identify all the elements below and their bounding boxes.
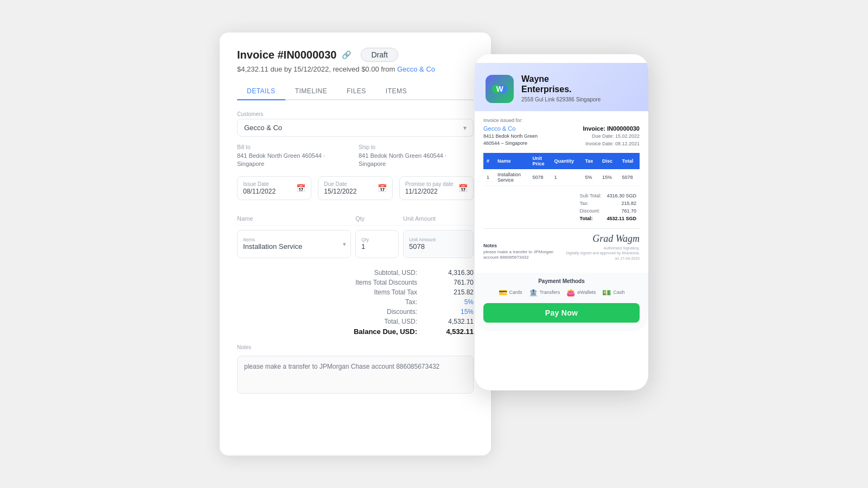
company-logo: W — [486, 75, 514, 103]
transfers-icon: 🏦 — [529, 288, 538, 297]
total-row: Total, USD: 4,532.11 — [237, 318, 474, 325]
client-info: Gecco & Co 8411 Bedok North Green460544 … — [483, 125, 538, 146]
tab-timeline[interactable]: TIMELINE — [285, 83, 337, 100]
mobile-preview-panel: W WayneEnterprises. 2558 Gul Link 629386… — [475, 54, 648, 390]
subtotal-row: Subtotal, USD: 4,316.30 — [237, 269, 474, 277]
issue-date-group: Issue Date 08/11/2022 📅 — [237, 176, 311, 200]
customer-field-group: Customers Gecco & Co ▾ — [237, 111, 474, 137]
customer-label: Customers — [237, 111, 474, 117]
preview-totals: Sub Total: 4316.30 SGD Tax: 215.82 Disco… — [483, 191, 640, 223]
item-select[interactable]: Items Installation Service ▾ — [237, 230, 351, 258]
client-invoice-info: Gecco & Co 8411 Bedok North Green460544 … — [483, 125, 640, 147]
calendar-icon: 📅 — [378, 184, 387, 192]
due-date-field[interactable]: Due Date 15/12/2022 📅 — [318, 176, 392, 200]
transfers-payment: 🏦 Transfers — [529, 288, 560, 297]
issue-date-field[interactable]: Issue Date 08/11/2022 📅 — [237, 176, 311, 200]
payment-icons-row: 💳 Cards 🏦 Transfers 👛 eWallets 💵 Cash — [483, 288, 640, 297]
tab-bar: DETAILS TIMELINE FILES ITEMS — [237, 83, 474, 100]
payment-methods-section: Payment Methods 💳 Cards 🏦 Transfers 👛 eW… — [475, 273, 648, 331]
preview-header: W WayneEnterprises. 2558 Gul Link 629386… — [475, 63, 648, 111]
cards-payment: 💳 Cards — [499, 288, 522, 297]
preview-line-items-table: # Name UnitPrice Quantity Tax Disc Total… — [483, 153, 640, 186]
qty-field[interactable]: Qty 1 — [355, 230, 399, 258]
unit-amount-field[interactable]: Unit Amount 5078 — [403, 230, 474, 258]
preview-signature: Grad Wagm Authorised Signatory,Digitally… — [566, 233, 640, 260]
notes-textarea[interactable]: please make a transfer to JPMorgan Chase… — [237, 356, 474, 394]
company-info: WayneEnterprises. 2558 Gul Link 629386 S… — [521, 74, 601, 104]
link-icon: 🔗 — [342, 50, 351, 59]
date-fields-row: Issue Date 08/11/2022 📅 Due Date 15/12/2… — [237, 176, 474, 208]
balance-due-row: Balance Due, USD: 4,532.11 — [237, 328, 474, 336]
promise-date-group: Promise to pay date 11/12/2022 📅 — [399, 176, 474, 200]
draft-badge: Draft — [361, 48, 398, 62]
promise-date-field[interactable]: Promise to pay date 11/12/2022 📅 — [399, 176, 474, 200]
chevron-down-icon: ▾ — [463, 124, 467, 132]
line-items-header: Name Qty Unit Amount — [237, 215, 474, 226]
tab-files[interactable]: FILES — [337, 83, 376, 100]
preview-notes: Notes please make a transfer to JPMorgan… — [483, 243, 554, 261]
calendar-icon: 📅 — [296, 184, 305, 192]
bill-to-block: Bill to 841 Bedok North Green 460544 · S… — [237, 144, 352, 169]
cash-payment: 💵 Cash — [602, 288, 624, 297]
table-row: 1 InstallationService 5078 1 5% 15% 5078 — [483, 169, 640, 186]
preview-notes-sig: Notes please make a transfer to JPMorgan… — [483, 228, 640, 260]
ship-to-block: Ship to 841 Bedok North Green 460544 · S… — [359, 144, 474, 169]
ewallets-icon: 👛 — [566, 288, 575, 297]
invoice-details: Invoice: IN00000030 Due Date: 15.02.2022… — [583, 125, 640, 147]
discounts-row: Discounts: 15% — [237, 308, 474, 316]
chevron-down-icon: ▾ — [343, 240, 346, 247]
tab-items[interactable]: ITEMS — [376, 83, 417, 100]
invoice-subtitle: $4,232.11 due by 15/12/2022, received $0… — [237, 65, 474, 73]
items-discounts-row: Items Total Discounts 761.70 — [237, 279, 474, 286]
line-item-row: Items Installation Service ▾ Qty 1 Unit … — [237, 230, 474, 258]
customer-select[interactable]: Gecco & Co ▾ — [237, 119, 474, 137]
mobile-notch — [475, 54, 648, 63]
preview-body: Invoice issued for: Gecco & Co 8411 Bedo… — [475, 111, 648, 272]
address-row: Bill to 841 Bedok North Green 460544 · S… — [237, 144, 474, 169]
cards-icon: 💳 — [499, 288, 507, 297]
notes-label: Notes — [237, 344, 474, 350]
calendar-icon: 📅 — [458, 184, 468, 192]
invoice-form-panel: Invoice #IN0000030 🔗 Draft $4,232.11 due… — [220, 33, 491, 455]
items-tax-row: Items Total Tax 215.82 — [237, 288, 474, 296]
totals-section: Subtotal, USD: 4,316.30 Items Total Disc… — [237, 269, 474, 336]
tab-details[interactable]: DETAILS — [237, 83, 285, 100]
pay-now-button[interactable]: Pay Now — [483, 303, 640, 323]
cash-icon: 💵 — [602, 288, 611, 297]
tax-row: Tax: 5% — [237, 298, 474, 306]
invoice-title: Invoice #IN0000030 — [237, 49, 336, 61]
ewallets-payment: 👛 eWallets — [566, 288, 596, 297]
due-date-group: Due Date 15/12/2022 📅 — [318, 176, 392, 200]
svg-text:W: W — [496, 85, 503, 93]
